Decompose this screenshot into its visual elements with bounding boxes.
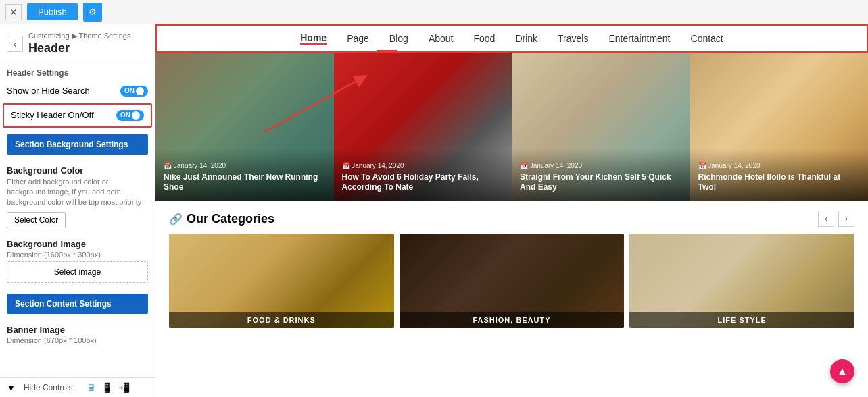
section-background-settings-button[interactable]: Section Background Settings xyxy=(7,134,148,155)
show-hide-search-row: Show or Hide Search ON xyxy=(0,80,155,102)
categories-header: 🔗 Our Categories ‹ › xyxy=(169,211,854,227)
category-label-1: FASHION, BEAUTY xyxy=(400,312,625,328)
left-panel: ‹ Customizing ▶ Theme Settings Header He… xyxy=(0,24,155,397)
device-icons: 🖥 📱 📲 xyxy=(87,382,130,393)
nav-item-about[interactable]: About xyxy=(429,33,454,44)
publish-button[interactable]: Publish xyxy=(27,3,78,20)
blog-date-2: 📅 January 14, 2020 xyxy=(520,162,682,169)
tablet-icon[interactable]: 📱 xyxy=(101,382,113,393)
show-hide-search-toggle[interactable]: ON xyxy=(120,86,148,97)
sticky-header-toggle[interactable]: ON xyxy=(116,110,144,121)
gear-button[interactable]: ⚙ xyxy=(83,3,102,22)
nav-item-contact[interactable]: Contact xyxy=(691,33,723,44)
scroll-to-top-button[interactable]: ▲ xyxy=(830,359,854,383)
banner-image-title: Banner Image xyxy=(7,325,148,335)
blog-title-3: Richmonde Hotel Iloilo is Thankful at Tw… xyxy=(698,172,861,193)
categories-title-text: Our Categories xyxy=(187,212,274,226)
category-label-0: FOOD & DRINKS xyxy=(169,312,394,328)
mobile-icon[interactable]: 📲 xyxy=(118,382,130,393)
blog-date-3: 📅 January 14, 2020 xyxy=(698,162,861,169)
desktop-icon[interactable]: 🖥 xyxy=(87,382,96,393)
nav-item-food[interactable]: Food xyxy=(473,33,495,44)
nav-item-blog[interactable]: Blog xyxy=(389,33,408,44)
breadcrumb-prefix: Customizing ▶ Theme Settings xyxy=(28,32,130,40)
select-image-button[interactable]: Select image xyxy=(7,261,148,283)
site-navigation: Home Page Blog About Food Drink Travels … xyxy=(155,24,868,53)
panel-nav: ‹ Customizing ▶ Theme Settings Header xyxy=(0,24,155,61)
blog-grid: 📅 January 14, 2020 Nike Just Announed Th… xyxy=(155,53,868,201)
back-button[interactable]: ‹ xyxy=(7,36,23,52)
categories-title: 🔗 Our Categories xyxy=(169,212,284,226)
blog-date-0: 📅 January 14, 2020 xyxy=(164,162,326,169)
bg-image-dimension: Dimension (1600px * 300px) xyxy=(7,250,148,259)
blog-card-1[interactable]: 📅 January 14, 2020 How To Avoid 6 Holida… xyxy=(334,53,512,201)
select-color-button[interactable]: Select Color xyxy=(7,212,66,228)
nav-item-home[interactable]: Home xyxy=(300,32,327,45)
show-hide-search-label: Show or Hide Search xyxy=(7,86,90,96)
categories-grid: FOOD & DRINKS FASHION, BEAUTY LIFE STYLE xyxy=(169,234,854,328)
nav-arrows: ‹ › xyxy=(818,211,854,227)
sticky-header-label: Sticky Header On/Off xyxy=(11,110,94,120)
blog-card-2[interactable]: 📅 January 14, 2020 Straight From Your Ki… xyxy=(512,53,690,201)
blog-title-1: How To Avoid 6 Holiday Party Fails, Acco… xyxy=(342,172,504,193)
blog-title-0: Nike Just Announed Their New Running Sho… xyxy=(164,172,326,193)
sticky-header-row: Sticky Header On/Off ON xyxy=(3,103,152,128)
section-content-settings-button[interactable]: Section Content Settings xyxy=(7,294,148,314)
hide-controls-icon: ▼ xyxy=(7,383,16,393)
blog-card-3[interactable]: 📅 January 14, 2020 Richmonde Hotel Iloil… xyxy=(690,53,869,201)
nav-item-travels[interactable]: Travels xyxy=(558,33,588,44)
top-bar: ✕ Publish ⚙ xyxy=(0,0,868,24)
hide-controls-label[interactable]: Hide Controls xyxy=(24,383,73,392)
prev-arrow-button[interactable]: ‹ xyxy=(818,211,834,227)
category-card-1[interactable]: FASHION, BEAUTY xyxy=(400,234,625,328)
blog-date-1: 📅 January 14, 2020 xyxy=(342,162,504,169)
close-button[interactable]: ✕ xyxy=(5,4,22,20)
categories-icon: 🔗 xyxy=(169,213,183,226)
background-color-group: Background Color Either add background c… xyxy=(0,160,155,234)
section-label: Header Settings xyxy=(0,61,155,80)
background-image-group: Background Image Dimension (1600px * 300… xyxy=(0,234,155,288)
category-card-0[interactable]: FOOD & DRINKS xyxy=(169,234,394,328)
nav-item-page[interactable]: Page xyxy=(347,33,369,44)
category-label-2: LIFE STYLE xyxy=(629,312,854,328)
bg-color-desc: Either add background color or backgroun… xyxy=(7,177,148,208)
gear-icon: ⚙ xyxy=(89,7,97,17)
bg-image-title: Background Image xyxy=(7,239,148,249)
blog-card-0[interactable]: 📅 January 14, 2020 Nike Just Announed Th… xyxy=(155,53,334,201)
bg-color-title: Background Color xyxy=(7,165,148,176)
nav-underline xyxy=(377,50,397,51)
page-title: Header xyxy=(28,41,130,56)
blog-title-2: Straight From Your Kichen Self 5 Quick A… xyxy=(520,172,682,193)
banner-image-group: Banner Image Dimension (670px * 100px) xyxy=(0,319,155,352)
nav-item-drink[interactable]: Drink xyxy=(515,33,537,44)
main-area: ‹ Customizing ▶ Theme Settings Header He… xyxy=(0,24,868,397)
preview-area: Home Page Blog About Food Drink Travels … xyxy=(155,24,868,397)
next-arrow-button[interactable]: › xyxy=(838,211,854,227)
bottom-bar: ▼ Hide Controls 🖥 📱 📲 xyxy=(0,377,155,397)
banner-image-dimension: Dimension (670px * 100px) xyxy=(7,336,148,344)
categories-section: 🔗 Our Categories ‹ › FOOD & DRINKS FASHI… xyxy=(155,201,868,335)
nav-item-entertaintment[interactable]: Entertaintment xyxy=(608,33,670,44)
category-card-2[interactable]: LIFE STYLE xyxy=(629,234,854,328)
breadcrumb: Customizing ▶ Theme Settings Header xyxy=(28,31,130,57)
